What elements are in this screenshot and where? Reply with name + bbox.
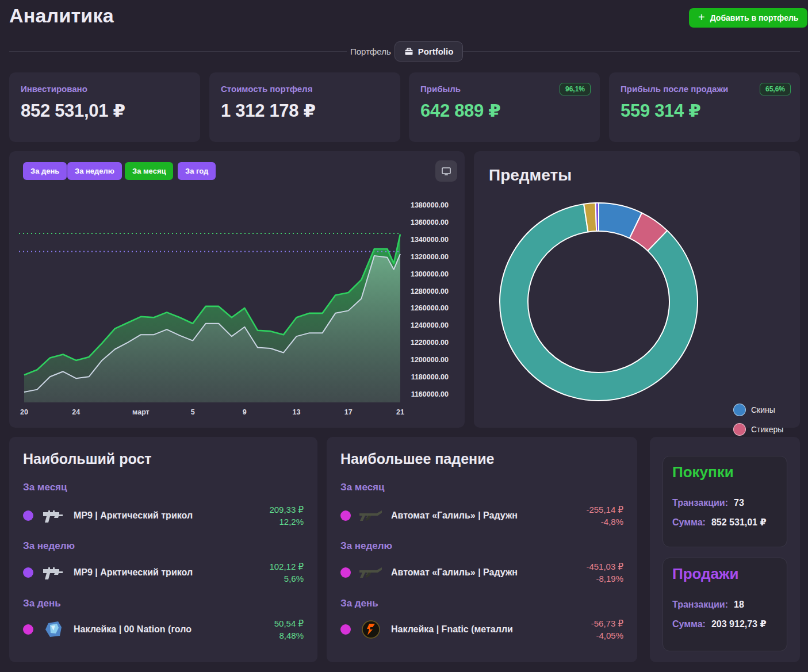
items-donut-panel: Предметы Скины Стикеры Кейсы Капсулы Бре… xyxy=(474,151,800,428)
stat-card-profit: Прибыль 642 889 ₽ 96,1% xyxy=(409,72,600,142)
sum-row: Сумма:203 912,73 ₽ xyxy=(672,619,767,629)
stat-card-portfolio-value: Стоимость портфеля 1 312 178 ₽ xyxy=(209,72,400,142)
item-dot xyxy=(340,624,351,635)
y-tick: 1160000.00 xyxy=(411,390,449,398)
portfolio-section-label: Портфель xyxy=(347,47,395,56)
y-axis-labels: 1380000.001360000.001340000.001320000.00… xyxy=(410,151,449,428)
y-tick: 1260000.00 xyxy=(411,304,449,312)
item-name: Наклейка | 00 Nation (голо xyxy=(74,624,267,635)
items-donut-chart xyxy=(495,198,702,405)
x-tick: 13 xyxy=(293,408,301,416)
mp9-icon xyxy=(41,563,66,582)
list-item[interactable]: MP9 | Арктический трикол 102,12 ₽5,6% xyxy=(23,557,304,588)
portfolio-area-chart xyxy=(19,190,401,402)
item-price: 209,33 ₽ xyxy=(269,505,304,515)
x-tick: 9 xyxy=(243,408,247,416)
x-tick: 21 xyxy=(396,408,404,416)
filter-week-button[interactable]: За неделю xyxy=(67,162,122,180)
sum-row: Сумма:852 531,01 ₽ xyxy=(672,517,767,528)
sum-value: 852 531,01 ₽ xyxy=(711,517,767,527)
stat-value: 642 889 ₽ xyxy=(420,100,501,121)
filter-day-button[interactable]: За день xyxy=(23,162,67,180)
y-tick: 1280000.00 xyxy=(411,287,449,295)
item-name: MP9 | Арктический трикол xyxy=(74,567,262,578)
item-price: 102,12 ₽ xyxy=(269,562,304,572)
list-item[interactable]: Наклейка | Fnatic (металли -56,73 ₽-4,05… xyxy=(340,614,623,645)
fnatic-icon xyxy=(358,620,384,639)
item-price: 50,54 ₽ xyxy=(274,619,304,629)
stat-value: 559 314 ₽ xyxy=(621,100,701,121)
stat-label: Прибыль после продажи xyxy=(621,84,728,94)
donut-slice[interactable] xyxy=(500,204,698,401)
period-label: За неделю xyxy=(23,540,75,552)
add-to-portfolio-button[interactable]: + Добавить в портфель xyxy=(689,8,807,28)
y-tick: 1360000.00 xyxy=(411,218,449,226)
item-price: -56,73 ₽ xyxy=(591,619,623,629)
transactions-value: 18 xyxy=(734,600,744,609)
tab-portfolio-label: Portfolio xyxy=(418,47,454,56)
legend-dot xyxy=(733,423,746,436)
stat-label: Прибыль xyxy=(420,84,461,94)
x-tick: 24 xyxy=(72,408,80,416)
sticker-icon xyxy=(41,620,66,639)
sum-label: Сумма: xyxy=(672,619,706,629)
galil-icon xyxy=(358,506,384,525)
legend-item-stickers[interactable]: Стикеры xyxy=(733,423,783,436)
period-label: За день xyxy=(23,598,61,609)
sales-title: Продажи xyxy=(672,565,739,583)
mp9-icon xyxy=(41,506,66,525)
donut-slice[interactable] xyxy=(596,203,599,231)
item-percent: -4,05% xyxy=(596,631,623,640)
tab-portfolio[interactable]: Portfolio xyxy=(395,41,463,62)
item-percent: 8,48% xyxy=(279,631,304,640)
item-price: -451,03 ₽ xyxy=(586,562,623,572)
card-title: Наибольший рост xyxy=(23,451,152,467)
y-tick: 1200000.00 xyxy=(411,356,449,364)
filter-year-button[interactable]: За год xyxy=(178,162,216,180)
stat-value: 852 531,01 ₽ xyxy=(21,100,125,121)
item-dot xyxy=(23,567,33,578)
page-title: Аналитика xyxy=(9,5,114,27)
x-tick: 17 xyxy=(344,408,353,416)
transactions-panel: Покупки Транзакции:73 Сумма:852 531,01 ₽… xyxy=(650,437,800,662)
item-name: MP9 | Арктический трикол xyxy=(74,510,262,521)
item-dot xyxy=(340,567,351,578)
sum-value: 203 912,73 ₽ xyxy=(711,619,767,629)
filter-month-button[interactable]: За месяц xyxy=(125,162,173,180)
list-item[interactable]: Автомат «Галиль» | Радужн -255,14 ₽-4,8% xyxy=(340,500,623,531)
item-percent: -4,8% xyxy=(601,517,623,527)
y-tick: 1220000.00 xyxy=(411,339,449,347)
transactions-row: Транзакции:18 xyxy=(672,600,744,610)
item-percent: 12,2% xyxy=(279,517,304,527)
y-tick: 1320000.00 xyxy=(411,253,449,261)
portfolio-chart-panel: За день За неделю За месяц За год 138000… xyxy=(9,151,465,428)
list-item[interactable]: MP9 | Арктический трикол 209,33 ₽12,2% xyxy=(23,500,304,531)
item-name: Наклейка | Fnatic (металли xyxy=(391,624,584,635)
item-name: Автомат «Галиль» | Радужн xyxy=(391,567,579,578)
area-series-gray xyxy=(24,254,400,402)
item-percent: 5,6% xyxy=(284,574,304,583)
top-growth-card: Наибольший рост За месяц MP9 | Арктическ… xyxy=(9,437,317,662)
list-item[interactable]: Наклейка | 00 Nation (голо 50,54 ₽8,48% xyxy=(23,614,304,645)
legend-label: Скины xyxy=(751,405,775,414)
sum-label: Сумма: xyxy=(672,517,706,527)
item-dot xyxy=(340,510,351,521)
profit-percent-badge: 96,1% xyxy=(560,83,591,95)
stat-card-profit-after-sale: Прибыль после продажи 559 314 ₽ 65,6% xyxy=(609,72,800,142)
y-tick: 1240000.00 xyxy=(411,321,449,329)
plus-icon: + xyxy=(698,11,705,23)
list-item[interactable]: Автомат «Галиль» | Радужн -451,03 ₽-8,19… xyxy=(340,557,623,588)
item-dot xyxy=(23,624,33,635)
legend-label: Стикеры xyxy=(751,425,783,434)
galil-icon xyxy=(358,563,384,582)
top-decline-card: Наибольшее падение За месяц Автомат «Гал… xyxy=(327,437,637,662)
legend-item-skins[interactable]: Скины xyxy=(733,403,775,417)
briefcase-icon xyxy=(404,47,413,56)
y-tick: 1180000.00 xyxy=(411,373,449,381)
y-tick: 1340000.00 xyxy=(411,236,449,244)
period-label: За месяц xyxy=(23,482,67,493)
purchases-title: Покупки xyxy=(672,463,734,481)
x-tick: 5 xyxy=(191,408,195,416)
transactions-label: Транзакции: xyxy=(672,498,728,508)
stat-card-invested: Инвестировано 852 531,01 ₽ xyxy=(9,72,200,142)
